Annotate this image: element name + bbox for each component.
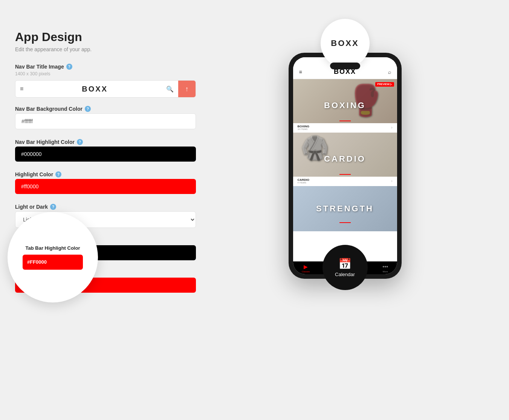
nav-menu-icon: ≡ bbox=[15, 86, 28, 92]
nav-search-icon: 🔍 bbox=[162, 86, 178, 93]
zoomed-color-value: #FF0000 bbox=[27, 259, 47, 265]
highlight-color-help-icon[interactable]: ? bbox=[55, 171, 61, 177]
highlight-color-label: Highlight Color ? bbox=[15, 171, 196, 177]
classes-icon: ▶ bbox=[304, 264, 308, 270]
boxing-card-footer: BOXING 10 ITEMS › bbox=[293, 123, 397, 132]
tab-classes[interactable]: ▶ Classes bbox=[302, 264, 310, 273]
nav-bar-bg-label: Nav Bar Background Color ? bbox=[15, 106, 196, 112]
boxing-card[interactable]: 🥊 BOXING PREVIEW ▷ BOXING 10 ITEMS › bbox=[293, 79, 397, 132]
nav-bar-highlight-help-icon[interactable]: ? bbox=[77, 139, 83, 145]
phone-menu-icon: ≡ bbox=[299, 69, 302, 75]
zoomed-tooltip: Tab Bar Highlight Color #FF0000 bbox=[8, 212, 98, 302]
page-title: App Design bbox=[15, 30, 196, 44]
phone-search-icon: ⌕ bbox=[388, 69, 391, 75]
phone-screen: ≡ BOXX ⌕ 🥊 BOXING PREVIEW ▷ bbox=[293, 57, 397, 274]
boxing-footer-count: 10 ITEMS bbox=[298, 128, 310, 130]
calendar-circle-label: Calendar bbox=[335, 272, 355, 277]
more-icon: ••• bbox=[382, 264, 388, 270]
nav-bar-title-image-help-icon[interactable]: ? bbox=[66, 64, 72, 70]
boxing-arrow-icon: › bbox=[391, 125, 392, 130]
boxing-underline bbox=[339, 121, 351, 121]
upload-button[interactable]: ↑ bbox=[178, 80, 196, 98]
nav-bar-bg-input[interactable] bbox=[15, 113, 196, 129]
calendar-circle-icon: 📅 bbox=[338, 258, 352, 270]
cardio-footer-count: 4 ITEMS bbox=[298, 182, 310, 184]
cardio-footer-title: CARDIO bbox=[298, 178, 310, 182]
boxing-title: BOXING bbox=[324, 101, 366, 110]
nav-bar-title-image-size: 1400 x 300 pixels bbox=[15, 71, 196, 76]
cardio-card[interactable]: 🥋 CARDIO CARDIO 4 ITEMS › bbox=[293, 133, 397, 185]
nav-logo-preview: BOXX bbox=[28, 85, 162, 93]
phone-preview-panel: BOXX ≡ BOXX ⌕ 🥊 bbox=[196, 23, 494, 286]
nav-bar-bg-help-icon[interactable]: ? bbox=[85, 106, 91, 112]
cardio-card-footer: CARDIO 4 ITEMS › bbox=[293, 177, 397, 185]
cardio-title: CARDIO bbox=[324, 154, 366, 164]
light-dark-help-icon[interactable]: ? bbox=[50, 204, 56, 210]
zoomed-color-bar: #FF0000 bbox=[23, 255, 83, 270]
boxing-footer-title: BOXING bbox=[298, 125, 310, 128]
upload-icon: ↑ bbox=[185, 85, 189, 93]
phone-notch bbox=[330, 63, 360, 69]
nav-bar-image-preview: ≡ BOXX 🔍 ↑ bbox=[15, 80, 196, 98]
cardio-arrow-icon: › bbox=[391, 179, 392, 183]
highlight-color-input[interactable] bbox=[15, 179, 196, 194]
phone-content: 🥊 BOXING PREVIEW ▷ BOXING 10 ITEMS › bbox=[293, 79, 397, 261]
preview-badge: PREVIEW ▷ bbox=[375, 82, 394, 87]
zoomed-label: Tab Bar Highlight Color bbox=[26, 245, 80, 251]
strength-card-bg: STRENGTH bbox=[293, 186, 397, 231]
phone-calendar-circle: 📅 Calendar bbox=[323, 245, 368, 290]
strength-underline bbox=[339, 222, 351, 223]
tab-classes-label: Classes bbox=[302, 270, 310, 273]
phone-logo-text: BOXX bbox=[331, 38, 359, 48]
cardio-underline bbox=[339, 174, 351, 175]
phone-logo-circle: BOXX bbox=[321, 19, 370, 68]
light-dark-label: Light or Dark ? bbox=[15, 204, 196, 210]
strength-title: STRENGTH bbox=[316, 204, 374, 214]
page-subtitle: Edit the appearance of your app. bbox=[15, 46, 196, 52]
nav-bar-title-image-label: Nav Bar Title Image ? bbox=[15, 64, 196, 70]
strength-card[interactable]: STRENGTH bbox=[293, 186, 397, 231]
nav-bar-highlight-label: Nav Bar Highlight Color ? bbox=[15, 139, 196, 145]
nav-bar-highlight-input[interactable] bbox=[15, 147, 196, 162]
tab-more-label: More bbox=[383, 270, 388, 273]
tab-more[interactable]: ••• More bbox=[382, 264, 388, 273]
